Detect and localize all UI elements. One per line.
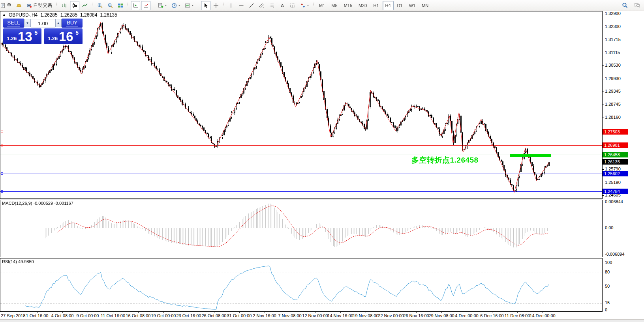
collapse-icon[interactable]: ▲ [2,13,6,18]
robot-icon [26,3,32,8]
tf-m1[interactable]: M1 [316,1,328,10]
volume-input[interactable] [31,19,55,28]
time-axis-tick [543,312,543,313]
time-axis-tick [37,312,38,313]
price-axis[interactable]: 1.329001.323001.317151.311151.305301.299… [603,11,644,312]
auto-scroll[interactable] [141,1,150,10]
macd-axis-max: 0.006844 [605,199,623,204]
trade-panel-top-row: SELL ▼ ▲ BUY [3,19,83,28]
templates[interactable]: ▾ [183,1,195,10]
time-axis-tick [138,312,139,313]
arrows-icon [300,3,306,8]
new-order-partial[interactable]: 单 [0,1,13,10]
toolbar-group: ▾▾▾ [156,0,196,11]
gold-bar[interactable] [14,1,24,10]
auto-scroll-icon [143,3,148,8]
tf-mn[interactable]: MN [419,1,431,10]
chat-icon[interactable] [634,2,640,8]
tf-d1[interactable]: D1 [394,1,406,10]
tf-m30-label: M30 [359,3,367,8]
fibonacci-tool[interactable]: F [267,1,277,10]
trendline-tool[interactable] [247,1,256,10]
zoom-out[interactable] [105,1,115,10]
chart-shift[interactable] [131,1,140,10]
periods-dropdown-icon[interactable]: ▾ [178,4,180,7]
buy-price-box[interactable]: 1.26 16 5 [44,28,83,44]
crosshair-tool[interactable] [211,1,221,10]
tf-m5[interactable]: M5 [329,1,340,10]
periods[interactable]: ▾ [169,1,182,10]
chart-shift-icon [133,3,138,8]
macd-canvas[interactable] [0,200,602,257]
new-chart[interactable]: ▾ [156,1,169,10]
tf-m1-label: M1 [319,3,325,8]
bar-chart-mode[interactable] [60,1,69,10]
vertical-line-tool[interactable] [226,1,236,10]
toolbar-group [130,0,151,11]
one-click-trading-panel: SELL ▼ ▲ BUY 1.26 13 5 1.26 16 5 [3,19,83,44]
label-icon: T [290,3,295,8]
volume-decrease-button[interactable]: ▼ [24,19,31,27]
time-axis-tick [214,312,214,313]
arrows-tool[interactable]: ▾ [298,1,311,10]
buy-button[interactable]: BUY [62,19,83,28]
tf-m15[interactable]: M15 [341,1,355,10]
hline-icon [238,3,244,8]
candlestick-mode[interactable] [70,1,79,10]
text-tool[interactable]: A [278,1,287,10]
tf-m30[interactable]: M30 [356,1,370,10]
tf-h1-label: H1 [373,3,379,8]
toolbar: 单自动交易▾▾▾EFAT▾M1M5M15M30H1H4D1W1MN [0,0,644,11]
rsi-canvas[interactable] [0,258,602,311]
auto-trading[interactable]: 自动交易 [24,1,54,10]
tile-windows[interactable] [116,1,125,10]
time-axis-tick [315,312,315,313]
trendline-icon [249,3,254,8]
horizontal-line-tool[interactable] [237,1,246,10]
zoom-in[interactable] [95,1,105,10]
toolbar-separator [91,2,94,9]
sell-price-big: 13 [18,30,32,44]
time-axis-label: 19 Nov 08:00 [353,313,378,318]
toolbar-separator [55,2,58,9]
time-axis-label: 9 Oct 00:00 [77,313,99,318]
line-chart-mode[interactable] [80,1,90,10]
price-axis-tick [603,14,604,14]
time-axis-tick [163,312,164,313]
new-order-partial-label: 单 [7,2,11,9]
time-axis[interactable]: 27 Sep 20181 Oct 16:004 Oct 08:009 Oct 0… [0,312,644,319]
svg-text:F: F [273,6,274,8]
price-tick-label: 1.29930 [605,76,621,81]
price-axis-tick [603,66,604,66]
time-axis-tick [416,312,417,313]
price-axis-tick [603,118,604,118]
sell-button[interactable]: SELL [3,19,24,28]
main-chart-canvas[interactable] [0,11,602,198]
price-axis-tick [603,79,604,79]
sell-price-box[interactable]: 1.26 13 5 [3,28,41,44]
price-axis-tick [603,195,604,196]
turning-point-annotation[interactable]: 多空转折点1.26458 [411,155,479,165]
price-line-badge: 1.26135 [603,159,628,165]
tf-h1[interactable]: H1 [370,1,381,10]
tf-w1[interactable]: W1 [406,1,419,10]
rsi-axis-label: 0 [605,307,607,312]
new-chart-dropdown-icon[interactable]: ▾ [165,4,167,7]
zoom-out-icon [107,3,113,8]
cursor-tool[interactable] [201,1,210,10]
equidistant-channel-tool[interactable]: E [257,1,267,10]
toolbar-group: 单自动交易 [0,0,54,11]
toolbar-group: EFAT▾ [226,0,311,11]
line-chart-icon [82,3,88,8]
tf-h4[interactable]: H4 [383,1,394,10]
cursor-icon [203,3,208,8]
templates-dropdown-icon[interactable]: ▾ [192,4,193,7]
time-axis-label: 16 Oct 08:00 [126,313,151,318]
ohlc-low: 1.26084 [80,12,97,18]
arrows-tool-dropdown-icon[interactable]: ▾ [307,4,309,7]
time-axis-label: 14 Dec 00:00 [529,313,555,318]
label-tool[interactable]: T [288,1,297,10]
search-icon[interactable] [622,2,628,8]
price-axis-tick [603,105,604,105]
volume-increase-button[interactable]: ▲ [55,19,62,27]
